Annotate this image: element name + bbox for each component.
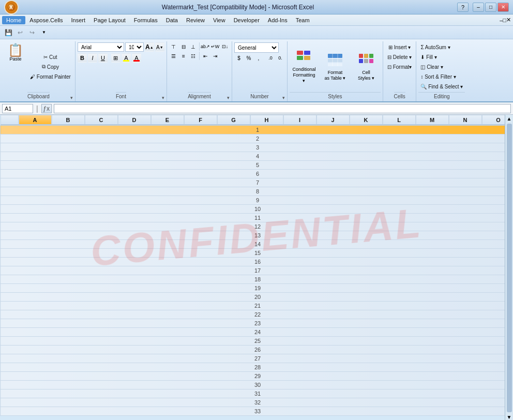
row-number-24[interactable]: 24	[1, 328, 505, 337]
menu-data[interactable]: Data	[162, 16, 182, 24]
spreadsheet-scroll[interactable]: ABCDEFGHIJKLMNO 123456789101112131415161…	[0, 115, 505, 420]
font-size-select[interactable]: 10	[125, 42, 144, 52]
col-header-C[interactable]: C	[85, 115, 118, 125]
row-number-16[interactable]: 16	[1, 258, 505, 266]
col-header-A[interactable]: A	[19, 115, 52, 125]
row-number-1[interactable]: 1	[1, 126, 505, 134]
row-number-32[interactable]: 32	[1, 398, 505, 407]
row-number-14[interactable]: 14	[1, 240, 505, 249]
menu-addins[interactable]: Add-Ins	[264, 16, 292, 24]
col-header-K[interactable]: K	[350, 115, 383, 125]
left-align-button[interactable]: ☰	[169, 52, 178, 60]
top-align-button[interactable]: ⊤	[169, 42, 178, 51]
row-number-5[interactable]: 5	[1, 161, 505, 170]
row-number-4[interactable]: 4	[1, 152, 505, 161]
col-header-N[interactable]: N	[449, 115, 482, 125]
clipboard-expand[interactable]: ▾	[70, 95, 73, 100]
row-number-18[interactable]: 18	[1, 275, 505, 284]
font-expand[interactable]: ▾	[162, 95, 164, 100]
close-button[interactable]: ✕	[497, 3, 509, 12]
menu-view[interactable]: View	[209, 16, 230, 24]
row-number-27[interactable]: 27	[1, 354, 505, 363]
conditional-formatting-button[interactable]: ConditionalFormatting ▾	[290, 48, 319, 85]
row-number-22[interactable]: 22	[1, 310, 505, 319]
row-number-9[interactable]: 9	[1, 196, 505, 205]
app-close-button[interactable]: ✕	[506, 17, 511, 23]
col-header-H[interactable]: H	[250, 115, 283, 125]
bold-button[interactable]: B	[78, 53, 87, 63]
row-number-2[interactable]: 2	[1, 134, 505, 143]
redo-quick-btn[interactable]: ↪	[27, 28, 37, 37]
col-header-G[interactable]: G	[217, 115, 250, 125]
qa-dropdown[interactable]: ▼	[39, 28, 49, 37]
autosum-button[interactable]: Σ AutoSum ▾	[418, 42, 452, 52]
alignment-expand[interactable]: ▾	[227, 95, 230, 100]
middle-align-button[interactable]: ⊟	[179, 42, 188, 51]
col-header-M[interactable]: M	[416, 115, 449, 125]
menu-asposecells[interactable]: Aspose.Cells	[25, 16, 67, 24]
row-number-6[interactable]: 6	[1, 170, 505, 178]
formula-input[interactable]	[54, 104, 511, 113]
clear-button[interactable]: ◫ Clear ▾	[418, 62, 445, 71]
format-painter-button[interactable]: 🖌 Format Painter	[28, 72, 73, 81]
delete-cells-button[interactable]: ⊟ Delete ▾	[385, 52, 414, 62]
menu-team[interactable]: Team	[292, 16, 314, 24]
row-number-26[interactable]: 26	[1, 346, 505, 354]
select-all-button[interactable]	[1, 115, 19, 125]
comma-button[interactable]: ,	[254, 54, 263, 62]
row-number-19[interactable]: 19	[1, 284, 505, 293]
row-number-15[interactable]: 15	[1, 249, 505, 258]
menu-home[interactable]: Home	[2, 16, 25, 24]
row-number-21[interactable]: 21	[1, 302, 505, 310]
row-number-25[interactable]: 25	[1, 337, 505, 346]
col-header-L[interactable]: L	[383, 115, 416, 125]
insert-function-button[interactable]: ƒx	[41, 104, 52, 113]
find-select-button[interactable]: 🔍 Find & Select ▾	[418, 82, 465, 91]
number-format-select[interactable]: General	[234, 42, 279, 53]
help-button[interactable]: ?	[457, 3, 469, 12]
decrease-indent-button[interactable]: ⇤	[201, 52, 210, 60]
row-number-31[interactable]: 31	[1, 389, 505, 398]
restore-button[interactable]: □	[485, 3, 496, 12]
scroll-up-button[interactable]: ▲	[507, 116, 512, 122]
row-number-7[interactable]: 7	[1, 178, 505, 187]
increase-indent-button[interactable]: ⇥	[210, 52, 220, 60]
menu-insert[interactable]: Insert	[67, 16, 90, 24]
font-color-button[interactable]: A	[132, 53, 141, 63]
font-name-select[interactable]: Arial	[78, 42, 124, 52]
row-number-20[interactable]: 20	[1, 293, 505, 302]
col-header-D[interactable]: D	[118, 115, 151, 125]
decrease-font-size-button[interactable]: A▼	[155, 42, 164, 52]
col-header-O[interactable]: O	[482, 115, 505, 125]
fill-button[interactable]: ⬇ Fill ▾	[418, 52, 439, 62]
menu-developer[interactable]: Developer	[230, 16, 264, 24]
right-align-button[interactable]: ☷	[189, 52, 198, 60]
bottom-align-button[interactable]: ⊥	[189, 42, 198, 51]
underline-button[interactable]: U	[98, 53, 108, 63]
menu-pagelayout[interactable]: Page Layout	[89, 16, 130, 24]
wrap-text-button[interactable]: ↵W	[210, 42, 220, 51]
increase-decimal-button[interactable]: .0	[266, 54, 275, 62]
col-header-J[interactable]: J	[316, 115, 350, 125]
app-restore-button[interactable]: □	[503, 17, 506, 23]
office-button[interactable]: X	[4, 0, 19, 14]
row-number-11[interactable]: 11	[1, 214, 505, 222]
center-align-button[interactable]: ≡	[179, 52, 188, 60]
minimize-button[interactable]: –	[473, 3, 484, 12]
row-number-30[interactable]: 30	[1, 381, 505, 389]
borders-button[interactable]: ⊞	[111, 53, 120, 63]
row-number-29[interactable]: 29	[1, 372, 505, 381]
undo-quick-btn[interactable]: ↩	[15, 28, 25, 37]
merge-center-button[interactable]: ⊡↓	[220, 42, 230, 51]
row-number-12[interactable]: 12	[1, 222, 505, 231]
menu-review[interactable]: Review	[182, 16, 209, 24]
row-number-13[interactable]: 13	[1, 231, 505, 240]
italic-button[interactable]: I	[88, 53, 97, 63]
col-header-B[interactable]: B	[52, 115, 85, 125]
format-cells-button[interactable]: ⊡ Format ▾	[385, 62, 414, 71]
col-header-I[interactable]: I	[283, 115, 316, 125]
paste-button[interactable]: 📋 Paste	[4, 42, 27, 91]
cut-button[interactable]: ✂ Cut	[28, 52, 73, 62]
col-header-E[interactable]: E	[151, 115, 184, 125]
number-expand[interactable]: ▾	[282, 95, 285, 100]
